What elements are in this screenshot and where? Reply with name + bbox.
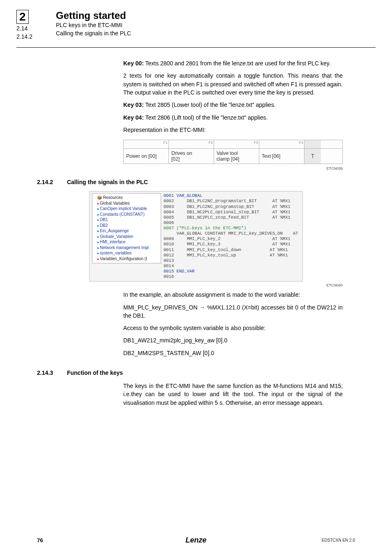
- page-footer: 76 Lenze EDSTCXN EN 2.0: [0, 537, 392, 543]
- code-figure: Resources Global Variables CanOpen impli…: [89, 191, 303, 282]
- brand-logo: Lenze: [185, 536, 206, 545]
- tree-root: Resources: [94, 195, 159, 201]
- after-code-p4: DB1_AW212_mmi2plc_jog_key_aw [0].0: [123, 336, 343, 344]
- after-code-p1: In the example, an absolute assignment i…: [123, 291, 343, 299]
- fkey-blank-5: [304, 140, 321, 148]
- section-num-2: 2.14.2: [16, 33, 44, 41]
- code-line: 0009 MMI_PLC_key_2 AT %MX1: [164, 236, 300, 242]
- fkey-2-line1: Drives on: [171, 150, 192, 156]
- chapter-number: 2: [16, 10, 29, 24]
- section-2142-num: 2.14.2: [37, 179, 53, 185]
- fkey-3-line2: clamp [04]: [217, 156, 239, 162]
- header-titles: Getting started PLC keys in the ETC-MMI …: [56, 10, 131, 41]
- fkey-cell-4: Text [06]: [259, 149, 304, 164]
- chapter-title: Getting started: [56, 10, 131, 21]
- fkey-cell-3: Valve toolclamp [04]: [214, 149, 259, 164]
- tree-item: Globale_Variablen: [94, 234, 159, 240]
- fkey-badge-2: F2: [208, 141, 213, 145]
- section-2143-num: 2.14.3: [37, 369, 53, 376]
- fkey-figure: F1 F2 F3 F4 Power on [00] Drives on[02] …: [123, 140, 343, 164]
- code-line: 0006: [164, 220, 300, 226]
- section-title-1: PLC keys in the ETC-MMI: [56, 21, 131, 30]
- after-code-p5: DB2_MMI2SPS_TASTEN_AW [0].0: [123, 349, 343, 357]
- key03-label: Key 03:: [123, 102, 144, 108]
- page-number: 76: [37, 537, 43, 543]
- section-num-1: 2.14: [16, 25, 44, 33]
- toggle-paragraph: 2 texts for one key automatically contai…: [123, 72, 343, 97]
- representation-text: Representation in the ETC-MMI:: [123, 126, 343, 134]
- code-caption: ETCN040: [0, 283, 343, 287]
- fkey-2-line2: [02]: [171, 156, 180, 162]
- code-line: 0010 MMI_PLC_key_3 AT %MX1: [164, 242, 300, 247]
- key04-paragraph: Key 04: Text 2806 (Lift tool) of the fil…: [123, 113, 343, 122]
- body-block-2: In the example, an absolute assignment i…: [123, 291, 343, 357]
- code-line: 0002 DB1_PLC2NC_programstart_BIT AT %MX1: [164, 199, 300, 204]
- tree-item: HMI_interface: [94, 240, 159, 245]
- tree-item: Variablen_Konfiguration (I: [94, 256, 159, 262]
- tree-item: Network management impl: [94, 245, 159, 251]
- key00-text: Texts 2800 and 2801 from the file lenze.…: [144, 60, 331, 67]
- key00-label: Key 00:: [123, 60, 144, 67]
- section-title-2: Calling the signals in the PLC: [56, 30, 131, 38]
- fkey-top-3: F3: [214, 140, 259, 148]
- fkey-blank-4: F4: [259, 140, 304, 148]
- code-line: 0015 END_VAR: [164, 269, 300, 274]
- tree-item: Global Variables: [94, 201, 159, 206]
- fkey-caption: ETCN039: [0, 166, 343, 171]
- key03-text: Text 2805 (Lower tool) of the file "lenz…: [144, 102, 276, 108]
- code-line: 0011 MMI_PLC_key_tool_down AT %MX1: [164, 247, 300, 253]
- fkey-badge-3: F3: [254, 141, 258, 145]
- code-line: 0001 VAR_GLOBAL: [164, 193, 300, 199]
- tree-item: DB2: [94, 223, 159, 229]
- key00-paragraph: Key 00: Texts 2800 and 2801 from the fil…: [123, 59, 343, 67]
- fkey-cell-1: Power on [00]: [124, 149, 169, 164]
- code-line: VAR_GLOBAL CONSTANT MMI_PLC_key_DRIVES_O…: [164, 231, 300, 236]
- fkey-blank-1: F1: [124, 140, 169, 148]
- page-header: 2 2.14 2.14.2 Getting started PLC keys i…: [0, 0, 392, 46]
- body-block-1: Key 00: Texts 2800 and 2801 from the fil…: [123, 59, 343, 134]
- code-line: 0014: [164, 263, 300, 269]
- section-2143-p1: The keys in the ETC-MMI have the same fu…: [123, 382, 343, 407]
- code-line: 0005 DB1_NC2PLC_stop_feed_BIT AT %MX1: [164, 215, 300, 220]
- header-numbers: 2 2.14 2.14.2: [16, 10, 44, 41]
- fkey-cell-5: T: [304, 149, 321, 164]
- section-2143-title: Function of the keys: [67, 369, 123, 376]
- body-block-3: The keys in the ETC-MMI have the same fu…: [123, 382, 343, 407]
- header-rule: [16, 47, 376, 48]
- tree-item: Ein_Ausgaenge: [94, 229, 159, 234]
- code-line: 0012 MMI_PLC_key_tool_up AT %MX1: [164, 253, 300, 258]
- code-line: 0003 DB1_PLC2NC_programstop_BIT AT %MX1: [164, 204, 300, 210]
- resource-tree: Resources Global Variables CanOpen impli…: [92, 193, 161, 263]
- after-code-p2: MMI_PLC_key_DRIVES_ON → %MX1.121.0 (X=bi…: [123, 303, 343, 320]
- key04-text: Text 2806 (Lift tool) of the file "lenze…: [144, 114, 268, 121]
- document-id: EDSTCXN EN 2.0: [322, 538, 355, 542]
- tree-item: system_variables: [94, 251, 159, 256]
- fkey-3-line1: Valve tool: [217, 150, 238, 156]
- fkey-top-2: F2: [169, 140, 214, 148]
- code-line: 0004 DB1_NC2PLC_optional_stop_BIT AT %MX…: [164, 210, 300, 215]
- fkey-badge-4: F4: [299, 141, 303, 145]
- key04-label: Key 04:: [123, 114, 144, 121]
- tree-item: Constants (CONSTANT): [94, 212, 159, 217]
- tree-item: DB1: [94, 217, 159, 223]
- fkey-cell-2: Drives on[02]: [169, 149, 214, 164]
- code-line: 0013: [164, 258, 300, 263]
- tree-item: CanOpen implicit Variable: [94, 206, 159, 212]
- fkey-badge-1: F1: [163, 141, 168, 145]
- section-2142-title: Calling the signals in the PLC: [67, 179, 148, 185]
- code-line: 0016: [164, 274, 300, 279]
- after-code-p3: Access to the symbolic system variable i…: [123, 324, 343, 332]
- code-line: 0007 (*PLC-keys in the ETC-MMI*): [164, 226, 300, 231]
- section-2142-heading: 2.14.2 Calling the signals in the PLC: [37, 179, 392, 185]
- section-2143-heading: 2.14.3 Function of the keys: [37, 369, 392, 376]
- code-listing: 0001 VAR_GLOBAL 0002 DB1_PLC2NC_programs…: [164, 193, 300, 279]
- key03-paragraph: Key 03: Text 2805 (Lower tool) of the fi…: [123, 101, 343, 109]
